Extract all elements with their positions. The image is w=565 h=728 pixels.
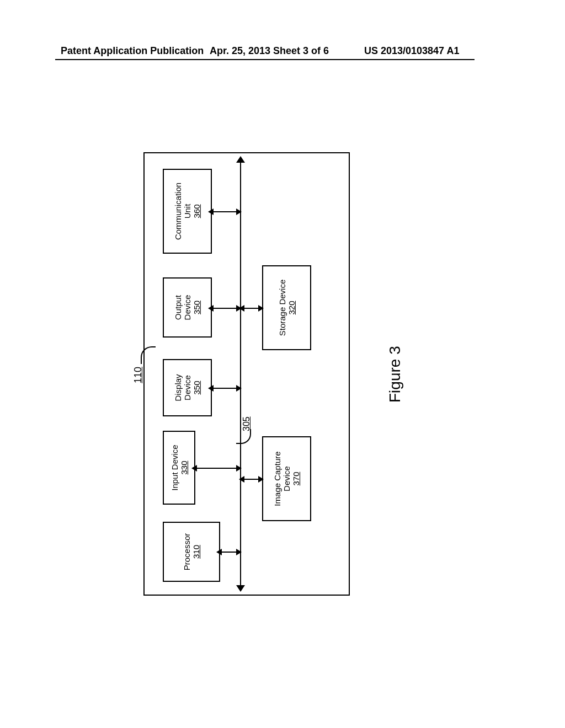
block-input-ref: 330 — [179, 461, 189, 474]
arrow-down-icon — [258, 476, 264, 483]
block-input-label: Input Device — [170, 445, 179, 490]
header-rule — [55, 59, 475, 60]
block-imgcap-ref: 370 — [291, 472, 301, 485]
block-image-capture-device: Image Capture Device 370 — [262, 436, 311, 521]
arrow-up-icon — [208, 208, 214, 215]
header-publication: Patent Application Publication — [61, 45, 204, 57]
block-output-ref: 350 — [192, 301, 201, 314]
block-display-label2: Device — [183, 375, 192, 400]
bus-arrow-right-icon — [236, 156, 245, 163]
connector-input — [193, 468, 240, 469]
block-output-device: Output Device 350 — [163, 277, 212, 338]
connector-output — [210, 308, 240, 309]
block-storage-device: Storage Device 320 — [262, 265, 311, 350]
arrow-down-icon — [236, 549, 242, 555]
figure-area: 110 Processor 310 Input Device 330 Displ… — [110, 110, 419, 618]
connector-display — [210, 388, 240, 389]
block-display-label1: Display — [173, 374, 183, 401]
block-imgcap-label2: Device — [282, 466, 291, 491]
block-storage-label: Storage Device — [278, 280, 287, 336]
arrow-down-icon — [236, 385, 242, 392]
arrow-up-icon — [208, 385, 214, 392]
block-output-label2: Device — [183, 295, 192, 320]
arrow-up-icon — [239, 305, 244, 312]
connector-comm — [210, 211, 240, 212]
block-processor-ref: 310 — [191, 545, 201, 559]
block-comm-label2: Unit — [183, 204, 192, 219]
block-processor-label: Processor — [182, 533, 191, 571]
block-comm-label1: Communication — [173, 183, 183, 240]
arrow-down-icon — [258, 305, 264, 312]
figure-caption: Figure 3 — [386, 346, 404, 403]
block-output-label1: Output — [173, 295, 183, 320]
block-processor: Processor 310 — [163, 522, 220, 582]
arrow-down-icon — [236, 465, 242, 472]
arrow-up-icon — [208, 305, 214, 312]
block-comm-ref: 360 — [192, 204, 201, 218]
block-display-ref: 350 — [192, 381, 201, 394]
header-doc-number: US 2013/0103847 A1 — [364, 45, 459, 57]
arrow-down-icon — [236, 208, 242, 215]
header-date-sheet: Apr. 25, 2013 Sheet 3 of 6 — [210, 45, 329, 57]
block-imgcap-label1: Image Capture — [273, 451, 282, 506]
arrow-up-icon — [216, 549, 222, 555]
block-communication-unit: Communication Unit 360 — [163, 169, 212, 254]
ref-outer-label: 110 — [132, 367, 144, 383]
block-display-device: Display Device 350 — [163, 359, 212, 416]
block-storage-ref: 320 — [287, 301, 296, 314]
block-input-device: Input Device 330 — [163, 431, 195, 505]
arrow-up-icon — [239, 476, 244, 483]
bus-arrow-left-icon — [236, 585, 245, 592]
bus-line — [240, 160, 241, 587]
arrow-up-icon — [191, 465, 197, 472]
